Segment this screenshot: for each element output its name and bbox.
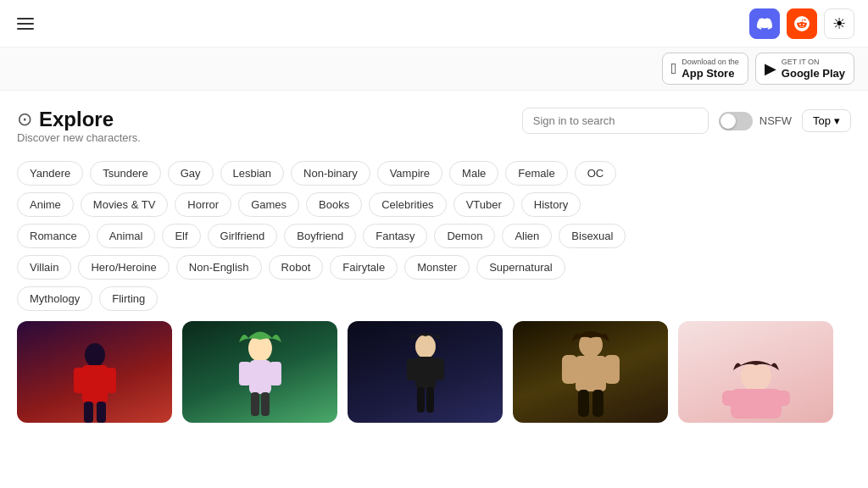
tag-non-binary[interactable]: Non-binary bbox=[291, 161, 370, 186]
tag-fairytale[interactable]: Fairytale bbox=[330, 255, 398, 280]
svg-rect-17 bbox=[426, 387, 434, 413]
search-input[interactable] bbox=[522, 108, 709, 134]
tag-oc[interactable]: OC bbox=[575, 161, 617, 186]
svg-rect-15 bbox=[434, 358, 444, 380]
svg-rect-22 bbox=[578, 390, 589, 417]
tag-non-english[interactable]: Non-English bbox=[176, 255, 262, 280]
tag-bisexual[interactable]: Bisexual bbox=[559, 224, 626, 248]
tag-vtuber[interactable]: VTuber bbox=[453, 192, 515, 217]
tags-row-5: MythologyFlirting bbox=[17, 286, 851, 311]
tag-books[interactable]: Books bbox=[306, 192, 362, 217]
google-play-icon: ▶ bbox=[765, 59, 776, 78]
svg-rect-11 bbox=[261, 392, 270, 416]
tags-row-3: RomanceAnimalElfGirlfriendBoyfriendFanta… bbox=[17, 224, 851, 248]
tag-romance[interactable]: Romance bbox=[17, 224, 90, 248]
page-title: Explore bbox=[39, 108, 114, 131]
svg-point-0 bbox=[85, 343, 105, 367]
character-card[interactable] bbox=[513, 321, 668, 423]
character-cards bbox=[17, 321, 851, 423]
tag-boyfriend[interactable]: Boyfriend bbox=[284, 224, 356, 248]
svg-rect-2 bbox=[74, 368, 86, 393]
chevron-down-icon: ▾ bbox=[834, 114, 840, 127]
tag-alien[interactable]: Alien bbox=[502, 224, 552, 248]
svg-rect-13 bbox=[415, 357, 436, 389]
tag-female[interactable]: Female bbox=[505, 161, 567, 186]
tag-horror[interactable]: Horror bbox=[175, 192, 231, 217]
nsfw-control: NSFW bbox=[719, 112, 792, 130]
tag-supernatural[interactable]: Supernatural bbox=[476, 255, 565, 280]
character-card[interactable] bbox=[17, 321, 172, 423]
tags-row-4: VillainHero/HeroineNon-EnglishRobotFairy… bbox=[17, 255, 851, 280]
app-store-name: App Store bbox=[682, 67, 739, 80]
tag-girlfriend[interactable]: Girlfriend bbox=[208, 224, 278, 248]
svg-rect-14 bbox=[407, 358, 417, 380]
sort-label: Top bbox=[813, 114, 831, 127]
explore-icon: ⊙ bbox=[17, 108, 32, 130]
tag-games[interactable]: Games bbox=[238, 192, 299, 217]
svg-rect-23 bbox=[593, 390, 604, 417]
google-play-name: Google Play bbox=[782, 67, 845, 80]
svg-point-24 bbox=[741, 361, 771, 391]
tag-celebrities[interactable]: Celebrities bbox=[369, 192, 446, 217]
tag-yandere[interactable]: Yandere bbox=[17, 161, 83, 186]
svg-rect-10 bbox=[251, 392, 259, 416]
tag-tsundere[interactable]: Tsundere bbox=[90, 161, 160, 186]
svg-rect-16 bbox=[417, 387, 425, 413]
apple-icon:  bbox=[671, 60, 677, 78]
reddit-button[interactable] bbox=[787, 8, 817, 39]
tags-row-2: AnimeMovies & TVHorrorGamesBooksCelebrit… bbox=[17, 192, 851, 217]
tag-flirting[interactable]: Flirting bbox=[99, 286, 158, 311]
character-card[interactable] bbox=[348, 321, 503, 423]
controls-right: NSFW Top ▾ bbox=[522, 108, 851, 134]
store-bar:  Download on the App Store ▶ GET IT ON … bbox=[0, 47, 868, 91]
svg-rect-8 bbox=[239, 362, 251, 385]
tag-hero-heroine[interactable]: Hero/Heroine bbox=[78, 255, 169, 280]
tag-demon[interactable]: Demon bbox=[434, 224, 495, 248]
sort-button[interactable]: Top ▾ bbox=[802, 109, 851, 132]
card-figure bbox=[370, 331, 479, 423]
app-store-badge[interactable]:  Download on the App Store bbox=[662, 53, 748, 85]
tag-movies---tv[interactable]: Movies & TV bbox=[81, 192, 168, 217]
theme-toggle-button[interactable]: ☀ bbox=[824, 8, 854, 39]
character-card[interactable] bbox=[182, 321, 337, 423]
nsfw-toggle[interactable] bbox=[719, 112, 753, 130]
tag-gay[interactable]: Gay bbox=[168, 161, 214, 186]
theme-icon: ☀ bbox=[832, 14, 846, 33]
tag-elf[interactable]: Elf bbox=[162, 224, 200, 248]
tag-robot[interactable]: Robot bbox=[269, 255, 324, 280]
card-figure bbox=[205, 331, 314, 423]
tag-lesbian[interactable]: Lesbian bbox=[220, 161, 285, 186]
tag-anime[interactable]: Anime bbox=[17, 192, 74, 217]
tag-villain[interactable]: Villain bbox=[17, 255, 71, 280]
explore-title-row: ⊙ Explore bbox=[17, 108, 141, 131]
tags-section: YandereTsundereGayLesbianNon-binaryVampi… bbox=[17, 161, 851, 311]
tag-male[interactable]: Male bbox=[449, 161, 498, 186]
main-content: ⊙ Explore Discover new characters. NSFW … bbox=[0, 91, 868, 423]
explore-subtitle: Discover new characters. bbox=[17, 131, 141, 144]
tag-mythology[interactable]: Mythology bbox=[17, 286, 92, 311]
svg-rect-9 bbox=[270, 362, 281, 385]
tag-animal[interactable]: Animal bbox=[97, 224, 156, 248]
explore-header: ⊙ Explore Discover new characters. NSFW … bbox=[17, 108, 851, 156]
header-left bbox=[14, 14, 37, 33]
tag-monster[interactable]: Monster bbox=[404, 255, 470, 280]
header: ☀ bbox=[0, 0, 868, 47]
google-play-small-text: GET IT ON bbox=[782, 58, 845, 67]
tag-fantasy[interactable]: Fantasy bbox=[363, 224, 427, 248]
tag-vampire[interactable]: Vampire bbox=[377, 161, 442, 186]
card-figure bbox=[40, 331, 148, 423]
svg-rect-5 bbox=[97, 402, 106, 423]
app-store-small-text: Download on the bbox=[682, 58, 739, 67]
svg-rect-20 bbox=[562, 355, 577, 384]
discord-button[interactable] bbox=[749, 8, 780, 39]
svg-rect-27 bbox=[773, 391, 790, 406]
svg-rect-21 bbox=[604, 355, 620, 384]
menu-button[interactable] bbox=[14, 14, 37, 33]
character-card[interactable] bbox=[678, 321, 833, 423]
svg-rect-7 bbox=[249, 360, 271, 394]
card-figure bbox=[701, 331, 810, 423]
svg-point-12 bbox=[415, 335, 436, 358]
tag-history[interactable]: History bbox=[521, 192, 581, 217]
google-play-badge[interactable]: ▶ GET IT ON Google Play bbox=[755, 53, 854, 85]
tags-row-1: YandereTsundereGayLesbianNon-binaryVampi… bbox=[17, 161, 851, 186]
